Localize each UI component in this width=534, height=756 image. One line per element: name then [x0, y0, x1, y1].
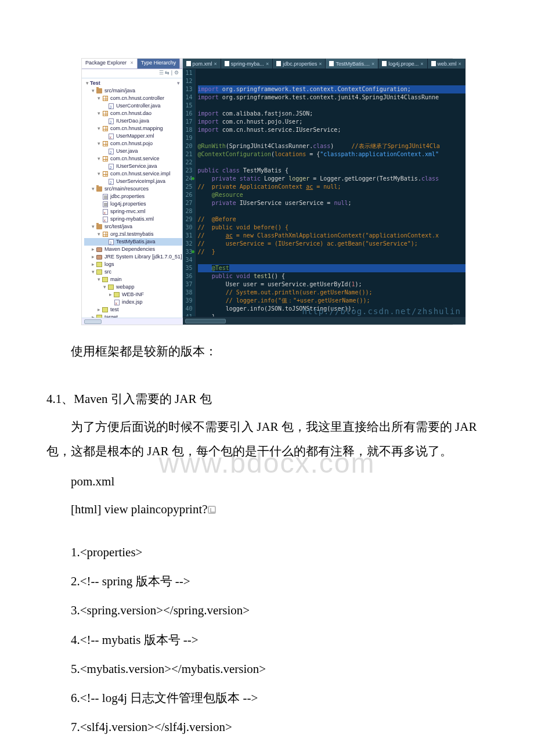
tree-item[interactable]: log4j.properties — [84, 200, 182, 208]
code-line[interactable]: public class TestMyBatis { — [198, 167, 466, 175]
code-line[interactable]: @Test — [198, 264, 466, 272]
code-line[interactable]: @RunWith(SpringJUnit4ClassRunner.class) … — [198, 142, 466, 150]
close-icon[interactable]: × — [319, 61, 322, 67]
tree-item[interactable]: ▾com.cn.hnust.service — [84, 155, 182, 163]
expand-icon[interactable]: ▾ — [90, 87, 96, 95]
tree-item[interactable]: ▾com.cn.hnust.dao — [84, 110, 182, 117]
code-line[interactable]: // System.out.println(user.getUserName()… — [198, 289, 466, 297]
project-root[interactable]: ▾ Test ▾ — [84, 80, 182, 87]
expand-icon[interactable]: ▾ — [96, 231, 102, 238]
code-line[interactable]: // } — [198, 248, 466, 256]
dropdown-icon[interactable]: ▾ — [177, 80, 182, 87]
tree-item[interactable]: IUserDao.java — [84, 117, 182, 125]
expand-icon[interactable]: ▾ — [96, 95, 102, 102]
editor-tab[interactable]: spring-myba...× — [221, 59, 273, 69]
code-line[interactable] — [198, 207, 466, 215]
code-line[interactable] — [198, 159, 466, 167]
tree-item[interactable]: jdbc.properties — [84, 193, 182, 200]
tree-item[interactable]: ▾com.cn.hnust.mapping — [84, 125, 182, 132]
tree-item[interactable]: ▾src/main/resources — [84, 185, 182, 193]
expand-icon[interactable]: ▾ — [84, 80, 90, 87]
close-icon[interactable]: × — [371, 61, 374, 67]
tree-item[interactable]: ▸logs — [84, 261, 182, 268]
code-line[interactable] — [198, 256, 466, 264]
code-line[interactable] — [198, 134, 466, 142]
tree-item[interactable]: ▾com.cn.hnust.service.impl — [84, 170, 182, 178]
tree-item[interactable]: spring-mybatis.xml — [84, 215, 182, 223]
editor-tab[interactable]: TestMyBatis....× — [326, 59, 378, 69]
code-line[interactable]: // userService = (IUserService) ac.getBe… — [198, 240, 466, 248]
code-line[interactable]: import com.cn.hnust.service.IUserService… — [198, 126, 466, 134]
close-icon[interactable]: × — [266, 61, 269, 67]
editor-h-scrollbar[interactable] — [183, 316, 466, 325]
close-icon[interactable]: × — [214, 61, 217, 67]
expand-icon[interactable]: ▾ — [90, 185, 96, 193]
editor-tab[interactable]: pom.xml× — [183, 59, 221, 69]
copy-icon[interactable] — [208, 506, 216, 514]
tree-item[interactable]: ▾org.zsl.testmybatis — [84, 231, 182, 238]
project-tree[interactable]: ▾ Test ▾ ▾src/main/java▾com.cn.hnust.con… — [82, 78, 182, 325]
code-area[interactable]: import org.springframework.test.context.… — [196, 69, 466, 316]
html-view-links[interactable]: view plaincopyprint? — [104, 502, 208, 516]
scrollbar-thumb[interactable] — [84, 319, 102, 324]
code-line[interactable]: import com.cn.hnust.pojo.User; — [198, 118, 466, 126]
close-icon[interactable]: × — [420, 61, 423, 67]
scrollbar-thumb[interactable] — [185, 319, 226, 323]
expand-icon[interactable]: ▸ — [96, 306, 102, 314]
editor-tab[interactable]: jdbc.properties× — [273, 59, 326, 69]
tree-item[interactable]: ▾src — [84, 268, 182, 276]
editor-tab[interactable]: log4j.prope...× — [378, 59, 427, 69]
tree-item[interactable]: ▾src/test/java — [84, 223, 182, 231]
tree-item[interactable]: ▸test — [84, 306, 182, 314]
tab-type-hierarchy[interactable]: Type Hierarchy — [138, 59, 181, 69]
tree-item[interactable]: IUserService.java — [84, 163, 182, 170]
code-line[interactable] — [198, 102, 466, 110]
code-line[interactable]: import org.springframework.test.context.… — [198, 93, 466, 102]
code-line[interactable]: // logger.info("值："+user.getUserName()); — [198, 297, 466, 305]
tree-item[interactable]: spring-mvc.xml — [84, 208, 182, 215]
tree-item[interactable]: ▸WEB-INF — [84, 291, 182, 298]
expand-icon[interactable]: ▸ — [90, 253, 96, 261]
code-line[interactable]: @Resource — [198, 191, 466, 199]
tree-item[interactable]: User.java — [84, 147, 182, 155]
code-line[interactable]: public void test1() { — [198, 272, 466, 280]
expand-icon[interactable]: ▾ — [96, 140, 102, 147]
code-line[interactable]: import org.springframework.test.context.… — [198, 85, 466, 93]
tree-item[interactable]: ▾com.cn.hnust.controller — [84, 95, 182, 102]
code-line[interactable]: private static Logger logger = Logger.ge… — [198, 175, 466, 183]
expand-icon[interactable]: ▸ — [90, 246, 96, 253]
tree-item[interactable]: ▾com.cn.hnust.pojo — [84, 140, 182, 147]
close-icon[interactable]: × — [131, 60, 134, 66]
tree-item[interactable]: index.jsp — [84, 298, 182, 306]
tree-item[interactable]: ▾webapp — [84, 283, 182, 291]
code-line[interactable]: // @Before — [198, 215, 466, 224]
code-editor[interactable]: 1112131415161718192021222324252627282930… — [183, 69, 466, 316]
code-line[interactable]: import com.alibaba.fastjson.JSON; — [198, 110, 466, 118]
expand-icon[interactable]: ▾ — [96, 276, 102, 283]
tree-item[interactable]: UserController.java — [84, 102, 182, 110]
tree-item[interactable]: TestMyBatis.java — [84, 238, 182, 246]
tree-item[interactable]: ▸JRE System Library [jdk1.7.0_51] — [84, 253, 182, 261]
expand-icon[interactable]: ▾ — [102, 283, 107, 291]
expand-icon[interactable]: ▾ — [90, 268, 96, 276]
code-line[interactable]: // private ApplicationContext ac = null; — [198, 183, 466, 191]
expand-icon[interactable]: ▾ — [90, 223, 96, 231]
expand-icon[interactable]: ▾ — [96, 125, 102, 132]
tree-item[interactable]: ▸Maven Dependencies — [84, 246, 182, 253]
tree-item[interactable]: UserServiceImpl.java — [84, 178, 182, 185]
expand-icon[interactable]: ▾ — [96, 155, 102, 163]
code-line[interactable]: // ac = new ClassPathXmlApplicationConte… — [198, 232, 466, 240]
code-line[interactable]: User user = userService.getUserById(1); — [198, 280, 466, 289]
close-icon[interactable]: × — [459, 61, 461, 67]
expand-icon[interactable]: ▸ — [107, 291, 113, 298]
code-line[interactable]: @ContextConfiguration(locations = {"clas… — [198, 150, 466, 159]
tab-package-explorer[interactable]: Package Explorer × — [82, 59, 138, 69]
code-line[interactable]: // public void before() { — [198, 224, 466, 232]
tree-item[interactable]: ▾main — [84, 276, 182, 283]
tree-item[interactable]: UserMapper.xml — [84, 132, 182, 140]
toolbar-icons[interactable]: ☰ ⇆ | ⚙ — [159, 70, 179, 75]
editor-tab[interactable]: web.xml× — [428, 59, 466, 69]
expand-icon[interactable]: ▾ — [96, 170, 102, 178]
expand-icon[interactable]: ▸ — [90, 261, 96, 268]
tree-item[interactable]: ▾src/main/java — [84, 87, 182, 95]
